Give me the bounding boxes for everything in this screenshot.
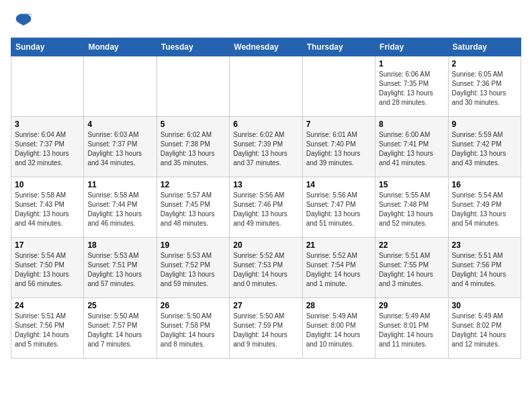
calendar-week-row: 17Sunrise: 5:54 AM Sunset: 7:50 PM Dayli… <box>11 238 521 298</box>
day-detail: Sunrise: 5:51 AM Sunset: 7:56 PM Dayligh… <box>452 251 517 289</box>
logo <box>11 11 34 31</box>
day-detail: Sunrise: 6:04 AM Sunset: 7:37 PM Dayligh… <box>15 130 80 168</box>
calendar-cell: 2Sunrise: 6:05 AM Sunset: 7:36 PM Daylig… <box>448 56 521 117</box>
day-number: 6 <box>233 120 298 129</box>
day-detail: Sunrise: 6:02 AM Sunset: 7:39 PM Dayligh… <box>233 130 298 168</box>
day-number: 17 <box>15 240 80 250</box>
page-header <box>11 11 521 31</box>
calendar-cell: 13Sunrise: 5:56 AM Sunset: 7:46 PM Dayli… <box>230 177 302 238</box>
day-number: 12 <box>161 180 226 189</box>
day-number: 24 <box>15 301 80 310</box>
day-number: 18 <box>87 240 152 250</box>
day-number: 15 <box>379 180 444 189</box>
day-number: 21 <box>306 240 371 250</box>
day-detail: Sunrise: 5:58 AM Sunset: 7:43 PM Dayligh… <box>15 191 80 228</box>
calendar-cell: 6Sunrise: 6:02 AM Sunset: 7:39 PM Daylig… <box>230 117 302 177</box>
calendar-week-row: 24Sunrise: 5:51 AM Sunset: 7:56 PM Dayli… <box>11 298 521 359</box>
weekday-header-sunday: Sunday <box>11 38 84 56</box>
weekday-header-friday: Friday <box>375 38 448 56</box>
day-detail: Sunrise: 5:56 AM Sunset: 7:46 PM Dayligh… <box>233 191 298 228</box>
weekday-header-monday: Monday <box>84 38 157 56</box>
calendar-cell: 26Sunrise: 5:50 AM Sunset: 7:58 PM Dayli… <box>157 298 229 359</box>
calendar-cell: 23Sunrise: 5:51 AM Sunset: 7:56 PM Dayli… <box>448 238 521 298</box>
day-number: 3 <box>15 120 80 129</box>
calendar-cell: 20Sunrise: 5:52 AM Sunset: 7:53 PM Dayli… <box>230 238 302 298</box>
weekday-header-thursday: Thursday <box>302 38 375 56</box>
calendar-table: SundayMondayTuesdayWednesdayThursdayFrid… <box>11 38 521 359</box>
day-number: 23 <box>452 240 517 250</box>
day-detail: Sunrise: 5:55 AM Sunset: 7:48 PM Dayligh… <box>379 191 444 228</box>
day-detail: Sunrise: 6:01 AM Sunset: 7:40 PM Dayligh… <box>306 130 371 168</box>
weekday-header-tuesday: Tuesday <box>157 38 229 56</box>
weekday-header-wednesday: Wednesday <box>230 38 302 56</box>
calendar-cell: 15Sunrise: 5:55 AM Sunset: 7:48 PM Dayli… <box>375 177 448 238</box>
calendar-cell: 5Sunrise: 6:02 AM Sunset: 7:38 PM Daylig… <box>157 117 229 177</box>
calendar-cell: 10Sunrise: 5:58 AM Sunset: 7:43 PM Dayli… <box>11 177 84 238</box>
calendar-cell: 14Sunrise: 5:56 AM Sunset: 7:47 PM Dayli… <box>302 177 375 238</box>
calendar-week-row: 3Sunrise: 6:04 AM Sunset: 7:37 PM Daylig… <box>11 117 521 177</box>
calendar-week-row: 1Sunrise: 6:06 AM Sunset: 7:35 PM Daylig… <box>11 56 521 117</box>
calendar-cell <box>84 56 157 117</box>
day-detail: Sunrise: 5:50 AM Sunset: 7:59 PM Dayligh… <box>233 312 298 349</box>
calendar-week-row: 10Sunrise: 5:58 AM Sunset: 7:43 PM Dayli… <box>11 177 521 238</box>
day-detail: Sunrise: 5:57 AM Sunset: 7:45 PM Dayligh… <box>161 191 226 228</box>
day-number: 11 <box>87 180 152 189</box>
logo-bird-icon <box>13 11 34 31</box>
day-detail: Sunrise: 5:53 AM Sunset: 7:51 PM Dayligh… <box>87 251 152 289</box>
day-detail: Sunrise: 5:49 AM Sunset: 8:02 PM Dayligh… <box>452 312 517 349</box>
calendar-cell: 12Sunrise: 5:57 AM Sunset: 7:45 PM Dayli… <box>157 177 229 238</box>
day-number: 7 <box>306 120 371 129</box>
day-number: 5 <box>161 120 226 129</box>
day-detail: Sunrise: 5:54 AM Sunset: 7:49 PM Dayligh… <box>452 191 517 228</box>
weekday-header-row: SundayMondayTuesdayWednesdayThursdayFrid… <box>11 38 521 56</box>
day-detail: Sunrise: 5:51 AM Sunset: 7:55 PM Dayligh… <box>379 251 444 289</box>
day-number: 9 <box>452 120 517 129</box>
day-detail: Sunrise: 6:05 AM Sunset: 7:36 PM Dayligh… <box>452 70 517 107</box>
calendar-cell: 3Sunrise: 6:04 AM Sunset: 7:37 PM Daylig… <box>11 117 84 177</box>
day-number: 22 <box>379 240 444 250</box>
calendar-cell: 7Sunrise: 6:01 AM Sunset: 7:40 PM Daylig… <box>302 117 375 177</box>
calendar-cell <box>302 56 375 117</box>
day-detail: Sunrise: 5:50 AM Sunset: 7:58 PM Dayligh… <box>161 312 226 349</box>
day-number: 28 <box>306 301 371 310</box>
day-number: 30 <box>452 301 517 310</box>
day-number: 8 <box>379 120 444 129</box>
calendar-cell: 8Sunrise: 6:00 AM Sunset: 7:41 PM Daylig… <box>375 117 448 177</box>
day-detail: Sunrise: 5:56 AM Sunset: 7:47 PM Dayligh… <box>306 191 371 228</box>
day-detail: Sunrise: 5:50 AM Sunset: 7:57 PM Dayligh… <box>87 312 152 349</box>
day-detail: Sunrise: 6:02 AM Sunset: 7:38 PM Dayligh… <box>161 130 226 168</box>
calendar-cell: 11Sunrise: 5:58 AM Sunset: 7:44 PM Dayli… <box>84 177 157 238</box>
day-detail: Sunrise: 5:52 AM Sunset: 7:54 PM Dayligh… <box>306 251 371 289</box>
calendar-cell <box>230 56 302 117</box>
calendar-cell: 30Sunrise: 5:49 AM Sunset: 8:02 PM Dayli… <box>448 298 521 359</box>
day-detail: Sunrise: 5:59 AM Sunset: 7:42 PM Dayligh… <box>452 130 517 168</box>
day-detail: Sunrise: 5:49 AM Sunset: 8:01 PM Dayligh… <box>379 312 444 349</box>
calendar-cell: 18Sunrise: 5:53 AM Sunset: 7:51 PM Dayli… <box>84 238 157 298</box>
day-number: 20 <box>233 240 298 250</box>
day-detail: Sunrise: 5:52 AM Sunset: 7:53 PM Dayligh… <box>233 251 298 289</box>
calendar-cell: 16Sunrise: 5:54 AM Sunset: 7:49 PM Dayli… <box>448 177 521 238</box>
day-number: 1 <box>379 59 444 68</box>
day-number: 4 <box>87 120 152 129</box>
calendar-cell: 9Sunrise: 5:59 AM Sunset: 7:42 PM Daylig… <box>448 117 521 177</box>
day-number: 29 <box>379 301 444 310</box>
day-detail: Sunrise: 5:58 AM Sunset: 7:44 PM Dayligh… <box>87 191 152 228</box>
calendar-cell: 21Sunrise: 5:52 AM Sunset: 7:54 PM Dayli… <box>302 238 375 298</box>
day-number: 27 <box>233 301 298 310</box>
calendar-cell: 19Sunrise: 5:53 AM Sunset: 7:52 PM Dayli… <box>157 238 229 298</box>
calendar-cell: 4Sunrise: 6:03 AM Sunset: 7:37 PM Daylig… <box>84 117 157 177</box>
calendar-cell: 28Sunrise: 5:49 AM Sunset: 8:00 PM Dayli… <box>302 298 375 359</box>
day-number: 14 <box>306 180 371 189</box>
day-detail: Sunrise: 5:49 AM Sunset: 8:00 PM Dayligh… <box>306 312 371 349</box>
day-number: 2 <box>452 59 517 68</box>
day-detail: Sunrise: 6:06 AM Sunset: 7:35 PM Dayligh… <box>379 70 444 107</box>
day-number: 16 <box>452 180 517 189</box>
calendar-cell: 1Sunrise: 6:06 AM Sunset: 7:35 PM Daylig… <box>375 56 448 117</box>
day-number: 10 <box>15 180 80 189</box>
day-number: 26 <box>161 301 226 310</box>
day-number: 19 <box>161 240 226 250</box>
day-detail: Sunrise: 5:54 AM Sunset: 7:50 PM Dayligh… <box>15 251 80 289</box>
day-number: 25 <box>87 301 152 310</box>
calendar-cell <box>11 56 84 117</box>
calendar-cell: 25Sunrise: 5:50 AM Sunset: 7:57 PM Dayli… <box>84 298 157 359</box>
